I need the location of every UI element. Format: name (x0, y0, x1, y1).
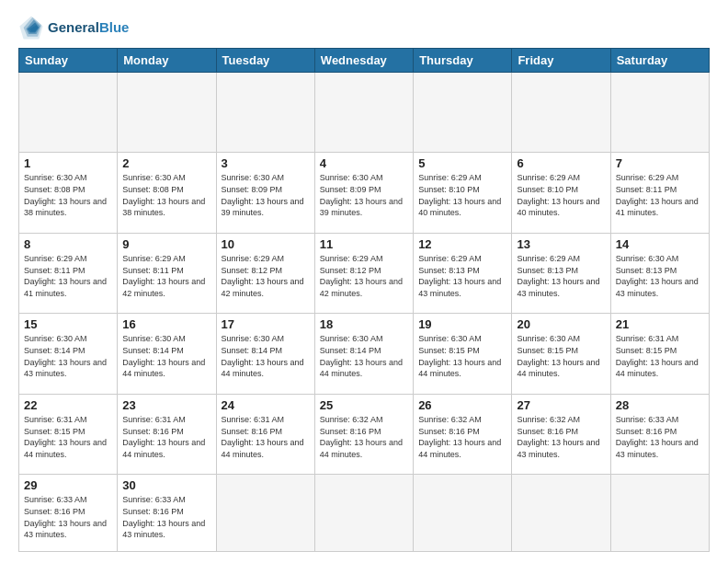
table-row: 14 Sunrise: 6:30 AM Sunset: 8:13 PM Dayl… (610, 233, 709, 313)
day-number: 13 (517, 237, 605, 251)
table-row: 7 Sunrise: 6:29 AM Sunset: 8:11 PM Dayli… (610, 153, 709, 233)
table-row: 28 Sunrise: 6:33 AM Sunset: 8:16 PM Dayl… (610, 394, 709, 474)
day-number: 7 (616, 156, 704, 170)
header-saturday: Saturday (610, 49, 709, 73)
day-number: 21 (616, 317, 704, 331)
day-info: Sunrise: 6:33 AM Sunset: 8:16 PM Dayligh… (616, 414, 704, 460)
table-row: 12 Sunrise: 6:29 AM Sunset: 8:13 PM Dayl… (414, 233, 512, 313)
day-number: 14 (616, 237, 704, 251)
day-info: Sunrise: 6:32 AM Sunset: 8:16 PM Dayligh… (320, 414, 408, 460)
table-row: 17 Sunrise: 6:30 AM Sunset: 8:14 PM Dayl… (216, 314, 314, 394)
day-info: Sunrise: 6:31 AM Sunset: 8:16 PM Dayligh… (222, 414, 310, 460)
table-row: 10 Sunrise: 6:29 AM Sunset: 8:12 PM Dayl… (216, 233, 314, 313)
day-info: Sunrise: 6:30 AM Sunset: 8:09 PM Dayligh… (320, 172, 408, 218)
day-info: Sunrise: 6:33 AM Sunset: 8:16 PM Dayligh… (122, 494, 210, 540)
day-info: Sunrise: 6:29 AM Sunset: 8:11 PM Dayligh… (616, 172, 704, 218)
day-number: 17 (222, 317, 310, 331)
logo: GeneralBlue (18, 15, 129, 40)
day-info: Sunrise: 6:31 AM Sunset: 8:15 PM Dayligh… (616, 333, 704, 379)
day-number: 20 (517, 317, 605, 331)
day-info: Sunrise: 6:30 AM Sunset: 8:09 PM Dayligh… (222, 172, 310, 218)
day-info: Sunrise: 6:31 AM Sunset: 8:15 PM Dayligh… (24, 414, 112, 460)
day-info: Sunrise: 6:29 AM Sunset: 8:11 PM Dayligh… (24, 253, 112, 299)
header-monday: Monday (118, 49, 216, 73)
day-info: Sunrise: 6:30 AM Sunset: 8:14 PM Dayligh… (320, 333, 408, 379)
day-number: 18 (320, 317, 408, 331)
header-wednesday: Wednesday (314, 49, 413, 73)
day-info: Sunrise: 6:29 AM Sunset: 8:12 PM Dayligh… (222, 253, 310, 299)
day-info: Sunrise: 6:32 AM Sunset: 8:16 PM Dayligh… (418, 414, 506, 460)
calendar-table: Sunday Monday Tuesday Wednesday Thursday… (18, 48, 710, 552)
table-row (314, 73, 413, 153)
table-row: 27 Sunrise: 6:32 AM Sunset: 8:16 PM Dayl… (512, 394, 610, 474)
table-row (118, 73, 216, 153)
table-row: 5 Sunrise: 6:29 AM Sunset: 8:10 PM Dayli… (414, 153, 512, 233)
day-number: 12 (418, 237, 506, 251)
table-row: 24 Sunrise: 6:31 AM Sunset: 8:16 PM Dayl… (216, 394, 314, 474)
day-number: 30 (122, 478, 210, 492)
day-info: Sunrise: 6:29 AM Sunset: 8:10 PM Dayligh… (418, 172, 506, 218)
table-row (512, 475, 610, 552)
header-friday: Friday (512, 49, 610, 73)
day-info: Sunrise: 6:30 AM Sunset: 8:13 PM Dayligh… (616, 253, 704, 299)
day-info: Sunrise: 6:30 AM Sunset: 8:14 PM Dayligh… (222, 333, 310, 379)
day-info: Sunrise: 6:29 AM Sunset: 8:12 PM Dayligh… (320, 253, 408, 299)
day-info: Sunrise: 6:30 AM Sunset: 8:15 PM Dayligh… (418, 333, 506, 379)
table-row: 6 Sunrise: 6:29 AM Sunset: 8:10 PM Dayli… (512, 153, 610, 233)
day-number: 4 (320, 156, 408, 170)
day-number: 27 (517, 398, 605, 412)
day-info: Sunrise: 6:33 AM Sunset: 8:16 PM Dayligh… (24, 494, 112, 540)
day-number: 23 (122, 398, 210, 412)
day-number: 5 (418, 156, 506, 170)
day-info: Sunrise: 6:31 AM Sunset: 8:16 PM Dayligh… (122, 414, 210, 460)
table-row: 3 Sunrise: 6:30 AM Sunset: 8:09 PM Dayli… (216, 153, 314, 233)
day-number: 2 (122, 156, 210, 170)
day-number: 15 (24, 317, 112, 331)
table-row: 13 Sunrise: 6:29 AM Sunset: 8:13 PM Dayl… (512, 233, 610, 313)
table-row: 4 Sunrise: 6:30 AM Sunset: 8:09 PM Dayli… (314, 153, 413, 233)
day-info: Sunrise: 6:30 AM Sunset: 8:14 PM Dayligh… (24, 333, 112, 379)
table-row (314, 475, 413, 552)
table-row: 15 Sunrise: 6:30 AM Sunset: 8:14 PM Dayl… (19, 314, 118, 394)
day-info: Sunrise: 6:29 AM Sunset: 8:13 PM Dayligh… (517, 253, 605, 299)
page: GeneralBlue Sunday Monday Tuesday Wednes… (0, 0, 728, 563)
table-row: 26 Sunrise: 6:32 AM Sunset: 8:16 PM Dayl… (414, 394, 512, 474)
table-row: 23 Sunrise: 6:31 AM Sunset: 8:16 PM Dayl… (118, 394, 216, 474)
table-row: 21 Sunrise: 6:31 AM Sunset: 8:15 PM Dayl… (610, 314, 709, 394)
logo-icon (18, 15, 44, 40)
day-number: 9 (122, 237, 210, 251)
table-row (216, 475, 314, 552)
header-tuesday: Tuesday (216, 49, 314, 73)
table-row: 22 Sunrise: 6:31 AM Sunset: 8:15 PM Dayl… (19, 394, 118, 474)
logo-text: GeneralBlue (48, 20, 129, 36)
table-row (610, 475, 709, 552)
header: GeneralBlue (18, 15, 710, 40)
table-row: 9 Sunrise: 6:29 AM Sunset: 8:11 PM Dayli… (118, 233, 216, 313)
table-row (610, 73, 709, 153)
day-number: 25 (320, 398, 408, 412)
day-info: Sunrise: 6:29 AM Sunset: 8:11 PM Dayligh… (122, 253, 210, 299)
table-row: 30 Sunrise: 6:33 AM Sunset: 8:16 PM Dayl… (118, 475, 216, 552)
day-number: 29 (24, 478, 112, 492)
day-number: 24 (222, 398, 310, 412)
day-number: 22 (24, 398, 112, 412)
table-row: 8 Sunrise: 6:29 AM Sunset: 8:11 PM Dayli… (19, 233, 118, 313)
day-number: 26 (418, 398, 506, 412)
day-number: 28 (616, 398, 704, 412)
day-number: 11 (320, 237, 408, 251)
day-number: 10 (222, 237, 310, 251)
header-sunday: Sunday (19, 49, 118, 73)
day-info: Sunrise: 6:30 AM Sunset: 8:14 PM Dayligh… (122, 333, 210, 379)
table-row (414, 73, 512, 153)
day-info: Sunrise: 6:30 AM Sunset: 8:15 PM Dayligh… (517, 333, 605, 379)
day-number: 19 (418, 317, 506, 331)
day-info: Sunrise: 6:30 AM Sunset: 8:08 PM Dayligh… (24, 172, 112, 218)
table-row (512, 73, 610, 153)
table-row: 18 Sunrise: 6:30 AM Sunset: 8:14 PM Dayl… (314, 314, 413, 394)
header-thursday: Thursday (414, 49, 512, 73)
table-row: 1 Sunrise: 6:30 AM Sunset: 8:08 PM Dayli… (19, 153, 118, 233)
day-info: Sunrise: 6:30 AM Sunset: 8:08 PM Dayligh… (122, 172, 210, 218)
table-row (414, 475, 512, 552)
day-info: Sunrise: 6:32 AM Sunset: 8:16 PM Dayligh… (517, 414, 605, 460)
table-row: 11 Sunrise: 6:29 AM Sunset: 8:12 PM Dayl… (314, 233, 413, 313)
